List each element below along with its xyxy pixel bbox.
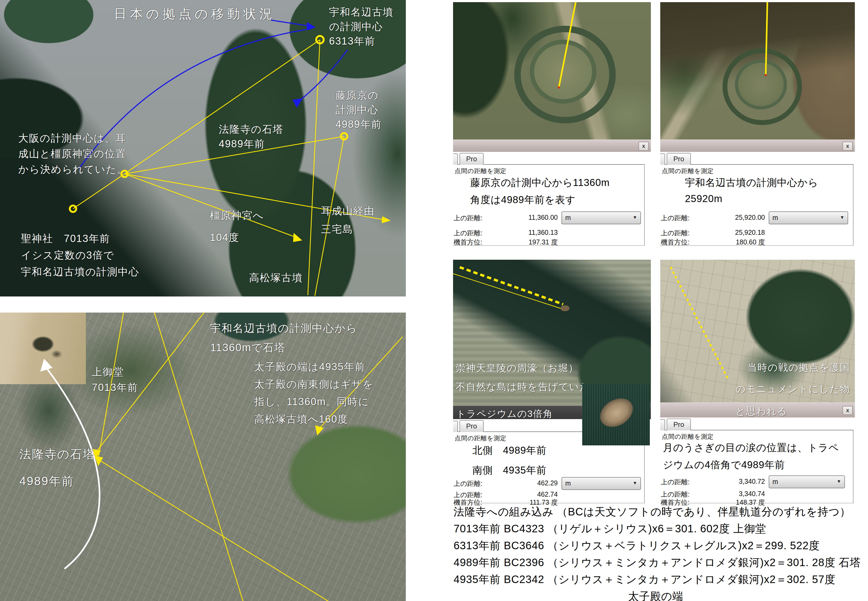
island-blob (595, 392, 639, 433)
overlay-sujin-line2: 不自然な島は時を告げていた。 (456, 380, 600, 394)
ground-distance-value: 462.74 (453, 490, 558, 498)
tab-stub[interactable] (660, 154, 665, 165)
tab-pro[interactable]: Pro (460, 153, 484, 165)
label-taishiden-note: 太子殿の端は4935年前太子殿の南東側はギザを 指し、11360m。同時に高松塚… (254, 358, 373, 428)
ground-distance-value: 3,340.74 (660, 490, 765, 498)
dialog-titlebar[interactable]: x (453, 139, 651, 153)
heading-value: 148.37 度 (660, 498, 765, 507)
overlay-gokoku-line3: と思われる (735, 405, 787, 418)
tab-stub[interactable] (660, 419, 665, 430)
unit-dropdown[interactable]: m▼ (769, 476, 845, 488)
label-miminashi-route: 耳成山経由三宅島 (321, 202, 375, 238)
note-line: 4935年前 BC2342 （シリウス＋ミンタカ＋アンドロメダ銀河)x2＝302… (454, 571, 868, 588)
ground-distance-value: 25,920.18 (660, 229, 765, 236)
overlay-sujin-line1: 崇神天皇陵の周濠（お堀） (456, 362, 579, 375)
measure-panel-moon-rabbit: 当時の戦の拠点を護国 のモニュメントにした物 と思われる x Pro 点間の距離… (660, 260, 855, 502)
heading-value: 180.60 度 (660, 238, 765, 247)
dialog-titlebar[interactable]: x (660, 139, 855, 153)
dialog-tabs: Pro (660, 152, 855, 164)
unit-dropdown[interactable]: m▼ (769, 211, 848, 224)
unit-dropdown[interactable]: m▼ (561, 477, 641, 490)
satellite-gokoku-hill: 当時の戦の拠点を護国 のモニュメントにした物 (660, 260, 855, 403)
satellite-kofun-wide (660, 2, 855, 139)
chevron-down-icon: ▼ (840, 215, 844, 220)
white-arrowhead-tower (40, 359, 53, 372)
tab-stub[interactable] (453, 421, 458, 432)
chevron-down-icon: ▼ (633, 480, 637, 486)
measure-desc-2: ジウムの4倍角で4989年前 (663, 458, 785, 472)
map-distance-value: 11,360.00 (453, 214, 558, 221)
horyuji-calculation-notes: 法隆寺への組み込み （BCは天文ソフトの時であり、伴星軌道分のずれを持つ） 70… (454, 503, 868, 601)
dialog-tabs: Pro (660, 418, 855, 430)
heading-value: 197.31 度 (453, 238, 558, 247)
trapezium-bar-text: トラペジウムの3倍角 (456, 407, 553, 420)
label-horyuji-stone-tower: 法隆寺の石塔4989年前 (219, 122, 283, 151)
tab-pro[interactable]: Pro (460, 420, 484, 432)
island-inset-photo (582, 384, 650, 445)
label-uwanabe-distance: 宇和名辺古墳の計測中心から11360mで石塔 (210, 319, 358, 357)
label-takamatsuzuka-kofun: 高松塚古墳 (249, 270, 303, 285)
map-distance-value: 25,920.00 (660, 214, 765, 221)
dialog-content: 点間の距離を測定 藤原京の計測中心から11360m 角度は4989年前を表す 上… (453, 164, 645, 246)
close-icon[interactable]: x (842, 406, 853, 415)
tab-stub[interactable] (453, 154, 458, 165)
label-fujiwara-kyo: 藤原京の計測中心4989年前 (336, 88, 382, 131)
close-icon[interactable]: x (639, 142, 649, 151)
measure-desc-1: 藤原京の計測中心から11360m (470, 176, 610, 189)
measure-desc-2: 南側 4935年前 (472, 464, 547, 477)
label-hijiri-shrine-note: 聖神社 7013年前イシス定数の3倍で宇和名辺古墳の計測中心 (21, 230, 139, 280)
unit-dropdown[interactable]: m▼ (561, 211, 641, 224)
measure-desc-2: 角度は4989年前を表す (470, 193, 576, 207)
measure-desc-1: 宇和名辺古墳の計測中心から (685, 176, 818, 189)
label-uwanabe-kofun: 宇和名辺古墳の計測中心6313年前 (329, 5, 393, 48)
tab-pro[interactable]: Pro (667, 419, 691, 430)
label-kashihara-shrine: 橿原神宮へ104度 (210, 204, 264, 249)
ground-distance-value: 11,360.13 (453, 229, 558, 236)
close-icon[interactable]: x (842, 142, 853, 151)
blue-arrowhead-horyuji (293, 98, 303, 108)
measure-mode-label: 点間の距離を測定 (455, 167, 506, 175)
measure-panel-sujin-moat: 崇神天皇陵の周濠（お堀） 不自然な島は時を告げていた。 トラペジウムの3倍角 P… (453, 260, 651, 502)
blue-arrowhead-uwanabe (307, 22, 316, 31)
note-line: 4989年前 BC2396 （シリウス＋ミンタカ＋アンドロメダ銀河)x2＝301… (454, 554, 868, 571)
label-osaka-center-note: 大阪の計測中心は、耳成山と橿原神宮の位置から決められていた。 (18, 130, 127, 177)
map-distance-value: 3,340.72 (660, 477, 765, 485)
dialog-content: 点間の距離を測定 月のうさぎの目の涙の位置は、トラペ ジウムの4倍角で4989年… (660, 430, 854, 503)
tab-pro[interactable]: Pro (667, 153, 691, 165)
map-horyuji-area: 宇和名辺古墳の計測中心から11360mで石塔 太子殿の端は4935年前太子殿の南… (0, 313, 406, 601)
note-line: 6313年前 BC3646 （シリウス＋ベラトリクス＋レグルス)x2＝299. … (454, 537, 868, 554)
note-line: 太子殿の端 (454, 588, 868, 601)
dialog-titlebar[interactable]: と思われる x (660, 403, 855, 418)
note-line: 7013年前 BC4323 （リゲル＋シリウス)x6＝301. 602度 上御堂 (454, 520, 868, 537)
measure-desc-1: 月のうさぎの目の涙の位置は、トラペ (663, 441, 839, 455)
satellite-kofun-close (453, 2, 651, 139)
yellow-arrowhead-miminashi (382, 216, 391, 223)
measure-panel-fujiwara: x Pro 点間の距離を測定 藤原京の計測中心から11360m 角度は4989年… (453, 2, 651, 246)
dialog-content: 点間の距離を測定 宇和名辺古墳の計測中心から 25920m 上の距離: 25,9… (660, 164, 854, 246)
chevron-down-icon: ▼ (633, 215, 637, 220)
map-title: 日本の拠点の移動状況 (114, 6, 275, 22)
label-horyuji-stone-tower-2: 法隆寺の石塔4989年前 (19, 441, 95, 494)
heading-value: 111.73 度 (453, 498, 558, 507)
map-distance-value: 462.29 (453, 479, 558, 487)
label-kamimido: 上御堂7013年前 (92, 364, 138, 395)
measure-desc-2: 25920m (685, 193, 723, 204)
measure-mode-label: 点間の距離を測定 (662, 433, 714, 441)
map-japan-bases: 日本の拠点の移動状況 宇和名辺古墳の計測中心6313年前 藤原京の計測中心498… (0, 0, 406, 296)
overlay-gokoku-line1: 当時の戦の拠点を護国 (747, 361, 850, 374)
measure-mode-label: 点間の距離を測定 (662, 167, 714, 175)
measure-desc-1: 北側 4989年前 (472, 444, 547, 457)
measure-mode-label: 点間の距離を測定 (455, 434, 506, 442)
measure-panel-uwanabe: x Pro 点間の距離を測定 宇和名辺古墳の計測中心から 25920m 上の距離… (660, 2, 855, 246)
yellow-arrowhead-kashihara (293, 233, 302, 242)
overlay-gokoku-line2: のモニュメントにした物 (736, 383, 850, 396)
dialog-tabs: Pro (453, 152, 651, 164)
chevron-down-icon: ▼ (837, 479, 841, 484)
